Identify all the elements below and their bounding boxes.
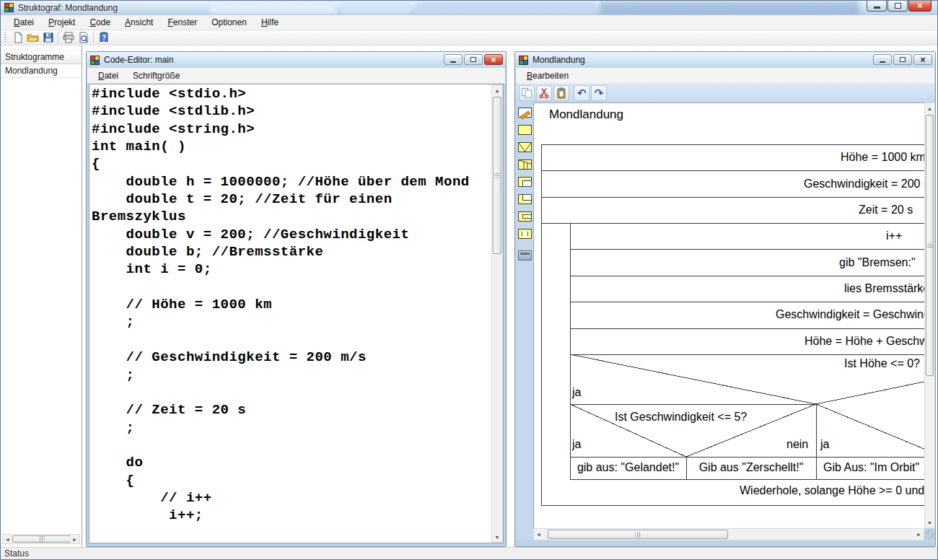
menu-item-projekt[interactable]: Projekt: [41, 16, 82, 29]
minimize-button[interactable]: [444, 54, 463, 65]
diagram-heading[interactable]: Mondlandung: [549, 108, 623, 122]
diagram-cell-zerschellt[interactable]: Gib aus "Zerschellt!": [686, 461, 816, 474]
menu-item-schriftgr-e[interactable]: Schriftgröße: [126, 69, 187, 82]
menu-item-bearbeiten[interactable]: Bearbeiten: [520, 69, 576, 82]
diagram-vscroll-thumb[interactable]: [926, 115, 934, 376]
code-line: {: [92, 155, 491, 172]
code-vscroll-thumb[interactable]: [493, 97, 501, 254]
code-vscrollbar[interactable]: ▲ ▼: [491, 84, 503, 543]
close-button[interactable]: ×: [908, 1, 932, 12]
scroll-up-icon[interactable]: ▲: [492, 85, 502, 95]
print-preview-button[interactable]: [76, 31, 91, 45]
code-editor-titlebar[interactable]: Code-Editor: main ×: [87, 52, 506, 68]
palette-continue-block-button[interactable]: [518, 211, 532, 222]
restore-button[interactable]: [893, 54, 912, 65]
diagram-loop-footer[interactable]: Wiederhole, solange Höhe >= 0 und: [740, 484, 924, 497]
scroll-right-icon[interactable]: ►: [70, 535, 79, 543]
close-button[interactable]: ×: [484, 54, 503, 65]
scroll-left-icon[interactable]: ◄: [3, 535, 12, 543]
maximize-button[interactable]: [887, 1, 908, 12]
diagram-cell-im-orbit[interactable]: Gib Aus: "Im Orbit": [823, 461, 919, 474]
minimize-button[interactable]: [873, 54, 892, 65]
app-icon: [4, 3, 14, 12]
cut-button[interactable]: [536, 85, 552, 101]
palette-case-button[interactable]: [518, 159, 532, 170]
palette-if-else-button[interactable]: [518, 142, 532, 152]
menu-item-ansicht[interactable]: Ansicht: [118, 16, 160, 29]
palette-while-loop-button[interactable]: [518, 177, 532, 187]
paste-button[interactable]: [553, 85, 569, 101]
palette-do-while-loop-button[interactable]: [518, 194, 532, 204]
scroll-down-icon[interactable]: ▼: [492, 532, 502, 542]
save-floppy-icon: [43, 32, 54, 43]
copy-button[interactable]: [519, 85, 535, 101]
sidebar-hscrollbar[interactable]: ◄ ►: [2, 534, 80, 544]
delete-bin-icon: [520, 253, 530, 255]
diagram-row-ipp[interactable]: i++: [886, 229, 902, 242]
close-button[interactable]: ×: [913, 54, 932, 65]
diagram-canvas[interactable]: Mondlandung Höhe = 1000 km Geschwindigke…: [533, 102, 925, 529]
new-file-button[interactable]: [10, 31, 25, 45]
diagram-row-gib-bremsen[interactable]: gib "Bremsen:": [839, 256, 916, 269]
diagram-vscrollbar[interactable]: ▲ ▼: [924, 102, 935, 528]
help-icon: ?: [98, 32, 110, 43]
scroll-left-icon[interactable]: ◄: [534, 529, 543, 540]
save-button[interactable]: [40, 31, 56, 45]
diagram-titlebar[interactable]: Mondlandung ×: [515, 52, 935, 68]
help-button[interactable]: ?: [96, 31, 111, 45]
menu-item-hilfe[interactable]: Hilfe: [254, 16, 286, 29]
diagram-cell-gelandet[interactable]: gib aus: "Gelandet!": [570, 461, 686, 474]
code-line: Bremszyklus: [92, 208, 491, 225]
diagram-row-zeit[interactable]: Zeit = 20 s: [859, 204, 913, 216]
main-titlebar[interactable]: Struktograf: Mondlandung ×: [1, 1, 937, 16]
code-text-area[interactable]: #include <stdio.h>#include <stdlib.h>#in…: [92, 85, 491, 543]
sidebar-panel: Struktogramme Mondlandung ◄ ►: [1, 45, 82, 548]
background-tab-blur: [341, 1, 410, 14]
diagram-condition-geschwindigkeit[interactable]: Ist Geschwindigkeit <= 5?: [615, 411, 747, 424]
while-loop-icon: [522, 180, 531, 186]
print-button[interactable]: [61, 31, 76, 45]
palette-edit-button[interactable]: [518, 108, 532, 118]
sidebar-header-struktogramme[interactable]: Struktogramme: [1, 50, 82, 64]
status-text: Status: [4, 548, 29, 559]
open-file-button[interactable]: [25, 31, 40, 45]
diagram-hscrollbar[interactable]: ◄ ►: [533, 528, 924, 541]
diagram-row-geschwindigkeit-update[interactable]: Geschwindigkeit = Geschwind: [776, 308, 925, 321]
thumb-grip-icon: [40, 536, 45, 542]
copy-icon: [521, 87, 532, 99]
menu-item-code[interactable]: Code: [82, 16, 118, 29]
diagram-row-hoehe-update[interactable]: Höhe = Höhe + Geschw: [805, 335, 925, 348]
diagram-hscroll-thumb[interactable]: [548, 530, 728, 539]
menu-item-datei[interactable]: Datei: [91, 69, 126, 82]
resize-grip[interactable]: [925, 530, 934, 539]
scroll-up-icon[interactable]: ▲: [925, 103, 934, 113]
code-line: [92, 437, 491, 454]
sidebar-item-mondlandung[interactable]: Mondlandung: [1, 64, 82, 78]
redo-button[interactable]: ↷: [591, 85, 607, 101]
code-line: // Geschwindigkeit = 200 m/s: [92, 349, 491, 366]
diagram-condition-hoehe[interactable]: Ist Höhe <= 0?: [844, 357, 920, 370]
diagram-row-geschwindigkeit[interactable]: Geschwindigkeit = 200 m/s: [804, 178, 925, 191]
menu-item-fenster[interactable]: Fenster: [160, 16, 204, 29]
continue-block-icon: [522, 214, 531, 219]
diagram-row-hoehe[interactable]: Höhe = 1000 km: [841, 151, 925, 164]
code-line: double h = 1000000; //Höhe über dem Mond: [92, 173, 491, 191]
minimize-button[interactable]: [867, 1, 887, 12]
menu-item-datei[interactable]: Datei: [6, 16, 41, 29]
palette-call-button[interactable]: [518, 229, 532, 239]
toolbar-grip[interactable]: [4, 32, 6, 43]
sidebar-hscroll-thumb[interactable]: [12, 535, 71, 543]
undo-button[interactable]: ↶: [574, 85, 589, 101]
scroll-right-icon[interactable]: ►: [914, 529, 924, 540]
scroll-down-icon[interactable]: ▼: [925, 517, 934, 528]
diagram-row-lies-bremsstaerke[interactable]: lies Bremsstärke: [844, 282, 925, 295]
code-line: // Höhe = 1000 km: [92, 296, 491, 313]
diagram-label-nein: nein: [786, 438, 808, 451]
close-icon: ×: [917, 2, 922, 9]
palette-delete-button[interactable]: [518, 250, 532, 261]
code-line: double b; //Bremsstärke: [92, 243, 491, 261]
diagram-label-ja-1: ja: [572, 386, 581, 399]
restore-button[interactable]: [464, 54, 483, 65]
palette-statement-button[interactable]: [518, 125, 532, 135]
menu-item-optionen[interactable]: Optionen: [204, 16, 254, 29]
